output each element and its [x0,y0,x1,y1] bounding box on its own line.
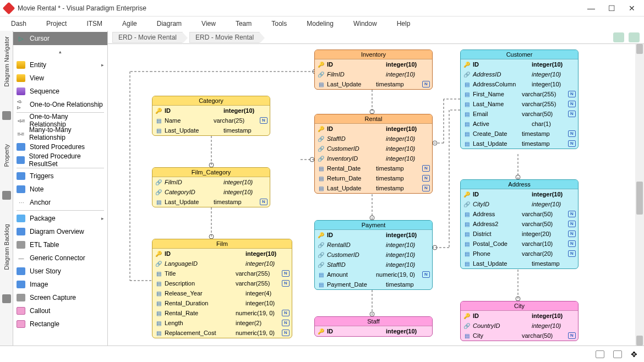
entity-attribute[interactable]: ▤Last_UpdatetimestampN [315,79,432,89]
sidetab-icon[interactable] [2,111,11,120]
entity-attribute[interactable]: 🔑IDinteger(10) [315,230,432,240]
menu-modeling[interactable]: Modeling [307,20,334,28]
sidetab-icon[interactable] [2,294,11,303]
close-button[interactable]: ✕ [629,4,635,13]
entity-attribute[interactable]: 🔗CityIDinteger(10) [461,199,578,209]
entity-film_category[interactable]: Film_Category🔗FilmIDinteger(10)🔗Category… [152,167,270,207]
tool-many-to-many-relationship[interactable]: ≡-≡Many-to-Many Relationship [13,127,107,140]
scroll-thumb[interactable] [636,182,643,215]
entity-attribute[interactable]: 🔑IDinteger(10) [152,106,270,116]
tool-anchor[interactable]: ⋯Anchor [13,196,107,209]
menu-view[interactable]: View [201,20,216,28]
note-icon[interactable] [613,350,622,358]
entity-attribute[interactable]: 🔗StaffIDinteger(10) [315,260,432,270]
entity-customer[interactable]: Customer🔑IDinteger(10)🔗AddressIDinteger(… [460,50,578,149]
entity-attribute[interactable]: 🔗CustomerIDinteger(10) [315,250,432,260]
tool-generic-connector[interactable]: —Generic Connector [13,251,107,265]
tool-stored-procedures[interactable]: Stored Procedures [13,140,107,153]
entity-city[interactable]: City🔑IDinteger(10)🔗CountryIDinteger(10)▤… [460,301,578,341]
entity-attribute[interactable]: ▤Amountnumeric(19, 0)N [315,270,432,279]
tool-sequence[interactable]: Sequence [13,85,107,98]
entity-film[interactable]: Film🔑IDinteger(10)🔗LanguageIDinteger(10)… [152,239,292,338]
menu-diagram[interactable]: Diagram [157,20,182,28]
diagram-canvas[interactable]: Category🔑IDinteger(10)▤Namevarchar(25)N▤… [108,44,644,345]
entity-inventory[interactable]: Inventory🔑IDinteger(10)🔗FilmIDinteger(10… [314,50,433,90]
sidetab-0[interactable]: Diagram Navigator [2,34,11,89]
entity-category[interactable]: Category🔑IDinteger(10)▤Namevarchar(25)N▤… [152,96,270,136]
entity-attribute[interactable]: ▤Cityvarchar(50)N [461,331,578,341]
entity-attribute[interactable]: ▤Release_Yearinteger(4) [152,288,292,298]
entity-attribute[interactable]: 🔑IDinteger(10) [461,59,578,69]
entity-attribute[interactable]: ▤Addressvarchar(50)N [461,209,578,219]
entity-attribute[interactable]: ▤Create_DatetimestampN [461,129,578,139]
entity-attribute[interactable]: 🔑IDinteger(10) [461,311,578,321]
entity-attribute[interactable]: 🔗CustomerIDinteger(10) [315,144,432,153]
entity-attribute[interactable]: ▤Namevarchar(25)N [152,116,270,125]
tool-screen-capture[interactable]: Screen Capture [13,291,107,304]
entity-attribute[interactable]: ▤Last_Namevarchar(255)N [461,99,578,109]
entity-attribute[interactable]: 🔑IDinteger(10) [315,124,432,134]
tool-view[interactable]: View [13,72,107,85]
notify-icon[interactable] [613,32,624,42]
maximize-button[interactable]: ☐ [608,4,615,13]
mail-icon[interactable] [596,350,604,358]
entity-attribute[interactable]: ▤Last_UpdatetimestampN [152,197,270,207]
entity-attribute[interactable]: ▤Address2varchar(50)N [461,219,578,229]
tool-image[interactable]: Image [13,278,107,291]
tool-package[interactable]: Package▸ [13,212,107,225]
entity-attribute[interactable]: 🔗FilmIDinteger(10) [152,177,270,187]
tool-diagram-overview[interactable]: Diagram Overview [13,225,107,238]
entity-attribute[interactable]: ▤Phonevarchar(20)N [461,249,578,259]
vertical-scrollbar[interactable] [635,44,644,345]
tool-user-story[interactable]: User Story [13,265,107,278]
entity-attribute[interactable]: ▤Emailvarchar(50)N [461,109,578,119]
entity-attribute[interactable]: ▤Rental_Durationinteger(10) [152,298,292,308]
entity-attribute[interactable]: 🔗InventoryIDinteger(10) [315,153,432,163]
entity-attribute[interactable]: ▤Titlevarchar(255)N [152,268,292,278]
entity-attribute[interactable]: ▤Activechar(1) [461,119,578,129]
entity-attribute[interactable]: ▤Last_UpdatetimestampN [461,139,578,149]
entity-attribute[interactable]: ▤Postal_Codevarchar(10)N [461,239,578,249]
entity-attribute[interactable]: ▤Payment_Datetimestamp [315,279,432,289]
entity-attribute[interactable]: 🔗CategoryIDinteger(10) [152,187,270,197]
tool-one-to-many-relationship[interactable]: ⊲-≡One-to-Many Relationship [13,114,107,127]
tool-more[interactable]: ▴ [13,45,107,58]
menu-itsm[interactable]: ITSM [86,20,102,28]
menu-tools[interactable]: Tools [271,20,287,28]
entity-attribute[interactable]: ▤Last_Updatetimestamp [152,125,270,135]
entity-staff[interactable]: Staff🔑IDinteger(10) [314,316,433,337]
breadcrumb-item[interactable]: ERD - Movie Rental [189,32,260,43]
entity-attribute[interactable]: ▤Rental_Ratenumeric(19, 0)N [152,308,292,318]
view-options-icon[interactable] [629,32,640,42]
entity-attribute[interactable]: ▤Lengthinteger(2)N [152,318,292,328]
entity-attribute[interactable]: 🔗FilmIDinteger(10) [315,69,432,79]
tool-etl-table[interactable]: ETL Table [13,238,107,251]
entity-address[interactable]: Address🔑IDinteger(10)🔗CityIDinteger(10)▤… [460,179,578,269]
tool-stored-procedure-resultset[interactable]: Stored Procedure ResultSet [13,153,107,167]
tool-one-to-one-relationship[interactable]: ⊲-⊳One-to-One Relationship [13,98,107,111]
entity-attribute[interactable]: ▤First_Namevarchar(255)N [461,89,578,99]
entity-attribute[interactable]: ▤Descriptionvarchar(255)N [152,278,292,288]
move-icon[interactable]: ✥ [631,350,637,359]
entity-attribute[interactable]: 🔑IDinteger(10) [315,59,432,69]
sidetab-2[interactable]: Diagram Backlog [2,222,11,272]
menu-team[interactable]: Team [236,20,252,28]
tool-entity[interactable]: Entity▸ [13,58,107,72]
entity-attribute[interactable]: ▤Last_Updatetimestamp [461,259,578,268]
entity-payment[interactable]: Payment🔑IDinteger(10)🔗RentalIDinteger(10… [314,220,433,290]
sidetab-icon[interactable] [2,191,11,200]
entity-attribute[interactable]: ▤Replacement_Costnumeric(19, 0)N [152,328,292,338]
entity-attribute[interactable]: ▤Last_UpdatetimestampN [315,183,432,193]
menu-agile[interactable]: Agile [122,20,137,28]
minimize-button[interactable]: — [587,4,595,13]
menu-help[interactable]: Help [397,20,411,28]
entity-attribute[interactable]: 🔗LanguageIDinteger(10) [152,259,292,268]
entity-attribute[interactable]: 🔑IDinteger(10) [315,326,432,336]
entity-attribute[interactable]: 🔑IDinteger(10) [152,249,292,259]
tool-callout[interactable]: Callout [13,304,107,317]
menu-window[interactable]: Window [353,20,377,28]
scroll-up-button[interactable] [636,44,643,54]
entity-rental[interactable]: Rental🔑IDinteger(10)🔗StaffIDinteger(10)🔗… [314,114,433,194]
entity-attribute[interactable]: ▤Rental_DatetimestampN [315,163,432,173]
entity-attribute[interactable]: ▤Districtinteger(20)N [461,229,578,239]
